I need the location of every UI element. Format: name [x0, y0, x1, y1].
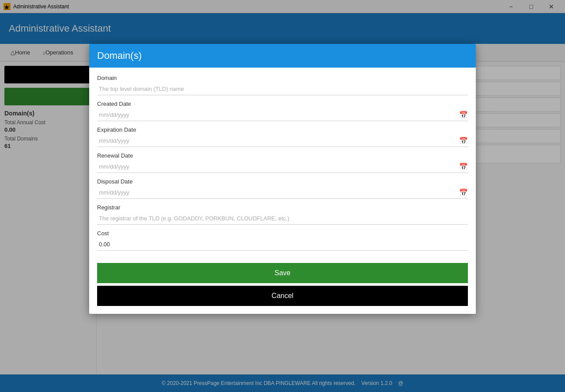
cost-input[interactable]: [97, 238, 468, 251]
registrar-input[interactable]: [97, 212, 468, 225]
domain-input[interactable]: [97, 83, 468, 95]
created-date-label: Created Date: [97, 101, 468, 107]
expiration-date-input[interactable]: [97, 135, 459, 147]
renewal-date-label: Renewal Date: [97, 152, 468, 159]
modal-dialog: Domain(s) Domain Created Date 📅 Expirati…: [89, 44, 476, 314]
cost-label: Cost: [97, 230, 468, 237]
modal-header: Domain(s): [89, 44, 476, 68]
created-date-field-group: Created Date 📅: [97, 101, 468, 121]
renewal-date-field-group: Renewal Date 📅: [97, 152, 468, 173]
calendar-icon[interactable]: 📅: [459, 188, 468, 197]
disposal-date-wrapper: 📅: [97, 187, 468, 199]
created-date-input[interactable]: [97, 109, 459, 121]
domain-label: Domain: [97, 75, 468, 81]
modal-body: Domain Created Date 📅 Expiration Date 📅: [89, 68, 476, 263]
modal-title: Domain(s): [97, 50, 141, 61]
expiration-date-field-group: Expiration Date 📅: [97, 126, 468, 147]
domain-field-group: Domain: [97, 75, 468, 95]
renewal-date-input[interactable]: [97, 161, 459, 173]
disposal-date-field-group: Disposal Date 📅: [97, 178, 468, 199]
expiration-date-wrapper: 📅: [97, 135, 468, 147]
disposal-date-label: Disposal Date: [97, 178, 468, 185]
expiration-date-label: Expiration Date: [97, 126, 468, 133]
modal-buttons: Save Cancel: [89, 263, 476, 314]
cost-field-group: Cost: [97, 230, 468, 251]
calendar-icon[interactable]: 📅: [459, 111, 468, 119]
calendar-icon[interactable]: 📅: [459, 137, 468, 145]
modal-overlay: Domain(s) Domain Created Date 📅 Expirati…: [0, 0, 565, 392]
disposal-date-input[interactable]: [97, 187, 459, 198]
renewal-date-wrapper: 📅: [97, 161, 468, 173]
save-button[interactable]: Save: [97, 263, 468, 283]
registrar-label: Registrar: [97, 204, 468, 211]
registrar-field-group: Registrar: [97, 204, 468, 225]
cancel-button[interactable]: Cancel: [97, 286, 468, 306]
created-date-wrapper: 📅: [97, 109, 468, 121]
calendar-icon[interactable]: 📅: [459, 162, 468, 171]
